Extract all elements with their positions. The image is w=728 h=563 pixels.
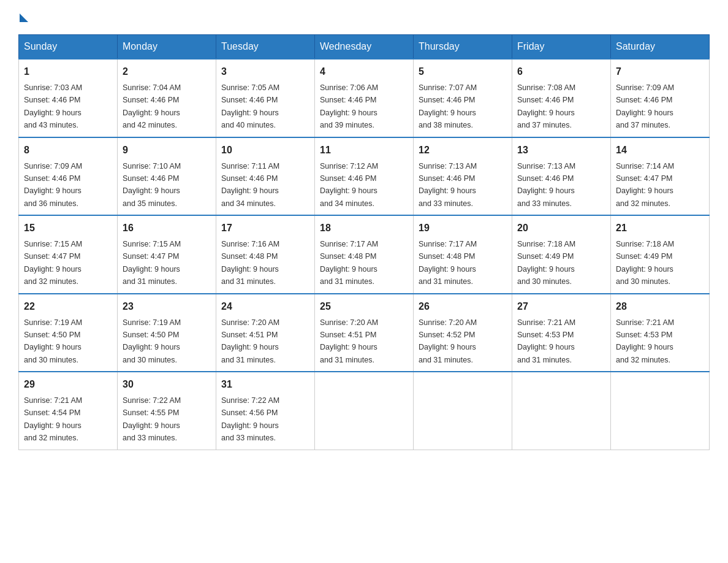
header-monday: Monday [118,35,216,59]
day-number: 30 [123,377,211,392]
day-info: Sunrise: 7:04 AMSunset: 4:46 PMDaylight:… [123,83,181,129]
header-sunday: Sunday [19,35,118,59]
week-row: 15 Sunrise: 7:15 AMSunset: 4:47 PMDaylig… [19,215,710,294]
day-number: 23 [123,299,211,314]
day-number: 22 [24,299,112,314]
day-info: Sunrise: 7:13 AMSunset: 4:46 PMDaylight:… [517,162,575,208]
calendar-cell: 27 Sunrise: 7:21 AMSunset: 4:53 PMDaylig… [512,294,611,372]
calendar-cell [611,372,710,450]
calendar-cell [512,372,611,450]
calendar-cell: 28 Sunrise: 7:21 AMSunset: 4:53 PMDaylig… [611,294,710,372]
calendar-cell: 31 Sunrise: 7:22 AMSunset: 4:56 PMDaylig… [216,372,315,450]
day-number: 6 [517,64,605,79]
day-number: 29 [24,377,112,392]
logo [18,12,28,22]
day-info: Sunrise: 7:12 AMSunset: 4:46 PMDaylight:… [320,162,378,208]
logo-triangle-icon [20,13,28,22]
day-number: 31 [221,377,309,392]
page-header [18,12,710,22]
week-row: 8 Sunrise: 7:09 AMSunset: 4:46 PMDayligh… [19,137,710,216]
calendar-cell: 26 Sunrise: 7:20 AMSunset: 4:52 PMDaylig… [414,294,512,372]
day-info: Sunrise: 7:21 AMSunset: 4:53 PMDaylight:… [616,318,674,364]
day-info: Sunrise: 7:16 AMSunset: 4:48 PMDaylight:… [221,240,279,286]
day-number: 15 [24,221,112,236]
day-number: 8 [24,143,112,158]
week-row: 29 Sunrise: 7:21 AMSunset: 4:54 PMDaylig… [19,372,710,450]
day-info: Sunrise: 7:08 AMSunset: 4:46 PMDaylight:… [517,83,575,129]
calendar-cell: 17 Sunrise: 7:16 AMSunset: 4:48 PMDaylig… [216,215,315,294]
calendar-cell: 3 Sunrise: 7:05 AMSunset: 4:46 PMDayligh… [216,59,315,137]
day-number: 2 [123,64,211,79]
calendar-cell: 2 Sunrise: 7:04 AMSunset: 4:46 PMDayligh… [118,59,216,137]
calendar-cell: 20 Sunrise: 7:18 AMSunset: 4:49 PMDaylig… [512,215,611,294]
day-info: Sunrise: 7:21 AMSunset: 4:54 PMDaylight:… [24,396,82,442]
day-number: 25 [320,299,408,314]
calendar-cell [315,372,414,450]
calendar-cell: 16 Sunrise: 7:15 AMSunset: 4:47 PMDaylig… [118,215,216,294]
header-thursday: Thursday [414,35,512,59]
calendar-cell: 9 Sunrise: 7:10 AMSunset: 4:46 PMDayligh… [118,137,216,216]
header-wednesday: Wednesday [315,35,414,59]
calendar-cell: 15 Sunrise: 7:15 AMSunset: 4:47 PMDaylig… [19,215,118,294]
day-number: 17 [221,221,309,236]
day-number: 9 [123,143,211,158]
header-saturday: Saturday [611,35,710,59]
day-number: 10 [221,143,309,158]
calendar-cell: 4 Sunrise: 7:06 AMSunset: 4:46 PMDayligh… [315,59,414,137]
day-info: Sunrise: 7:03 AMSunset: 4:46 PMDaylight:… [24,83,82,129]
day-number: 13 [517,143,605,158]
week-row: 1 Sunrise: 7:03 AMSunset: 4:46 PMDayligh… [19,59,710,137]
day-number: 21 [616,221,704,236]
header-friday: Friday [512,35,611,59]
day-info: Sunrise: 7:20 AMSunset: 4:51 PMDaylight:… [320,318,378,364]
day-info: Sunrise: 7:20 AMSunset: 4:51 PMDaylight:… [221,318,279,364]
calendar-cell: 18 Sunrise: 7:17 AMSunset: 4:48 PMDaylig… [315,215,414,294]
calendar-cell: 25 Sunrise: 7:20 AMSunset: 4:51 PMDaylig… [315,294,414,372]
calendar-cell: 1 Sunrise: 7:03 AMSunset: 4:46 PMDayligh… [19,59,118,137]
calendar-cell: 8 Sunrise: 7:09 AMSunset: 4:46 PMDayligh… [19,137,118,216]
calendar-cell: 10 Sunrise: 7:11 AMSunset: 4:46 PMDaylig… [216,137,315,216]
day-number: 7 [616,64,704,79]
calendar-cell: 12 Sunrise: 7:13 AMSunset: 4:46 PMDaylig… [414,137,512,216]
day-info: Sunrise: 7:10 AMSunset: 4:46 PMDaylight:… [123,162,181,208]
day-info: Sunrise: 7:07 AMSunset: 4:46 PMDaylight:… [419,83,477,129]
day-info: Sunrise: 7:15 AMSunset: 4:47 PMDaylight:… [123,240,181,286]
day-info: Sunrise: 7:19 AMSunset: 4:50 PMDaylight:… [123,318,181,364]
day-number: 27 [517,299,605,314]
calendar-cell: 13 Sunrise: 7:13 AMSunset: 4:46 PMDaylig… [512,137,611,216]
day-info: Sunrise: 7:09 AMSunset: 4:46 PMDaylight:… [24,162,82,208]
calendar-table: Sunday Monday Tuesday Wednesday Thursday… [18,34,710,450]
day-number: 16 [123,221,211,236]
day-number: 18 [320,221,408,236]
calendar-cell: 23 Sunrise: 7:19 AMSunset: 4:50 PMDaylig… [118,294,216,372]
calendar-cell: 21 Sunrise: 7:18 AMSunset: 4:49 PMDaylig… [611,215,710,294]
day-info: Sunrise: 7:17 AMSunset: 4:48 PMDaylight:… [320,240,378,286]
day-number: 12 [419,143,507,158]
day-info: Sunrise: 7:15 AMSunset: 4:47 PMDaylight:… [24,240,82,286]
day-info: Sunrise: 7:09 AMSunset: 4:46 PMDaylight:… [616,83,674,129]
calendar-cell: 11 Sunrise: 7:12 AMSunset: 4:46 PMDaylig… [315,137,414,216]
calendar-cell [414,372,512,450]
day-info: Sunrise: 7:19 AMSunset: 4:50 PMDaylight:… [24,318,82,364]
day-number: 11 [320,143,408,158]
day-number: 19 [419,221,507,236]
day-number: 28 [616,299,704,314]
calendar-cell: 22 Sunrise: 7:19 AMSunset: 4:50 PMDaylig… [19,294,118,372]
day-info: Sunrise: 7:06 AMSunset: 4:46 PMDaylight:… [320,83,378,129]
calendar-cell: 24 Sunrise: 7:20 AMSunset: 4:51 PMDaylig… [216,294,315,372]
day-number: 1 [24,64,112,79]
day-info: Sunrise: 7:14 AMSunset: 4:47 PMDaylight:… [616,162,674,208]
day-number: 14 [616,143,704,158]
day-info: Sunrise: 7:11 AMSunset: 4:46 PMDaylight:… [221,162,279,208]
header-tuesday: Tuesday [216,35,315,59]
day-number: 3 [221,64,309,79]
week-row: 22 Sunrise: 7:19 AMSunset: 4:50 PMDaylig… [19,294,710,372]
day-info: Sunrise: 7:05 AMSunset: 4:46 PMDaylight:… [221,83,279,129]
calendar-cell: 6 Sunrise: 7:08 AMSunset: 4:46 PMDayligh… [512,59,611,137]
day-info: Sunrise: 7:21 AMSunset: 4:53 PMDaylight:… [517,318,575,364]
calendar-cell: 7 Sunrise: 7:09 AMSunset: 4:46 PMDayligh… [611,59,710,137]
day-info: Sunrise: 7:17 AMSunset: 4:48 PMDaylight:… [419,240,477,286]
calendar-cell: 29 Sunrise: 7:21 AMSunset: 4:54 PMDaylig… [19,372,118,450]
day-number: 4 [320,64,408,79]
day-number: 5 [419,64,507,79]
